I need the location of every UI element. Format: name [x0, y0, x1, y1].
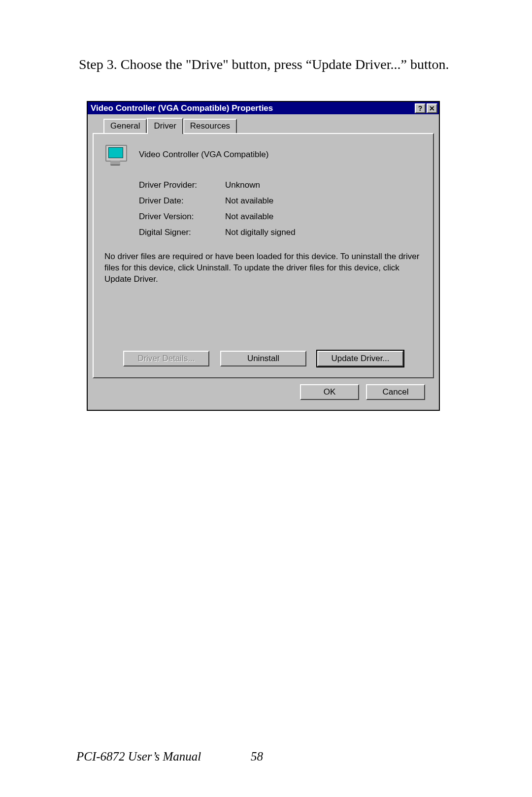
cancel-button[interactable]: Cancel [366, 384, 425, 400]
titlebar-text: Video Controller (VGA Compatible) Proper… [91, 103, 415, 113]
driver-date-value: Not available [225, 196, 273, 206]
uninstall-button[interactable]: Uninstall [220, 351, 306, 366]
driver-version-label: Driver Version: [139, 212, 225, 222]
driver-tab-panel: Video Controller (VGA Compatible) Driver… [93, 133, 434, 378]
digital-signer-label: Digital Signer: [139, 228, 225, 237]
page-footer: PCI-6872 User’s Manual 58 [76, 750, 456, 764]
monitor-icon [104, 144, 127, 166]
info-row: Digital Signer: Not digitally signed [139, 228, 422, 237]
step-instruction: Step 3. Choose the "Drive" button, press… [79, 57, 449, 72]
dialog-body: General Driver Resources Video Controlle… [88, 114, 439, 410]
tab-general[interactable]: General [103, 119, 147, 133]
tab-driver[interactable]: Driver [147, 118, 183, 134]
update-driver-button[interactable]: Update Driver... [317, 351, 403, 366]
tabs: General Driver Resources [103, 119, 434, 133]
info-row: Driver Provider: Unknown [139, 180, 422, 190]
help-button[interactable]: ? [415, 103, 426, 113]
driver-provider-value: Unknown [225, 180, 260, 190]
titlebar-buttons: ? ✕ [415, 103, 439, 113]
driver-info: Driver Provider: Unknown Driver Date: No… [139, 180, 422, 237]
titlebar: Video Controller (VGA Compatible) Proper… [88, 102, 439, 114]
device-header: Video Controller (VGA Compatible) [104, 144, 422, 166]
manual-title: PCI-6872 User’s Manual [76, 750, 201, 764]
digital-signer-value: Not digitally signed [225, 228, 296, 237]
tab-resources[interactable]: Resources [183, 119, 237, 133]
close-button[interactable]: ✕ [427, 103, 437, 113]
driver-date-label: Driver Date: [139, 196, 225, 206]
driver-details-button: Driver Details... [123, 351, 209, 366]
properties-dialog: Video Controller (VGA Compatible) Proper… [87, 101, 440, 411]
page-number: 58 [251, 750, 263, 764]
info-row: Driver Version: Not available [139, 212, 422, 222]
driver-description: No driver files are required or have bee… [104, 251, 420, 285]
driver-action-buttons: Driver Details... Uninstall Update Drive… [94, 351, 433, 366]
dialog-footer-buttons: OK Cancel [93, 378, 434, 403]
info-row: Driver Date: Not available [139, 196, 422, 206]
ok-button[interactable]: OK [300, 384, 359, 400]
device-name: Video Controller (VGA Compatible) [139, 150, 268, 160]
driver-provider-label: Driver Provider: [139, 180, 225, 190]
driver-version-value: Not available [225, 212, 273, 222]
